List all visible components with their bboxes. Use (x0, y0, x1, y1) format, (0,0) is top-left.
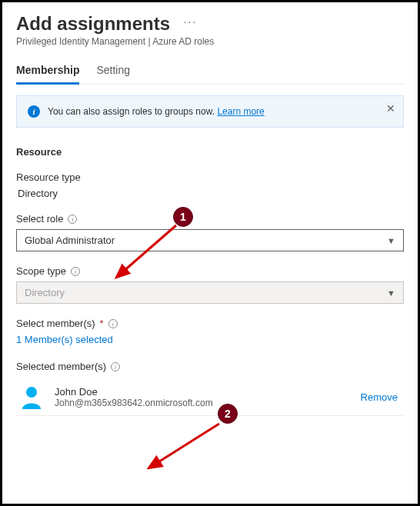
tab-bar: Membership Setting (16, 64, 404, 85)
selected-members-label: Selected member(s) i (16, 361, 404, 372)
select-role-value: Global Administrator (25, 235, 115, 246)
scope-type-value: Directory (25, 287, 65, 298)
info-text: You can also assign roles to groups now.… (48, 106, 265, 117)
resource-type-label: Resource type (16, 171, 404, 183)
resource-type-value: Directory (16, 188, 404, 199)
help-icon[interactable]: i (68, 215, 77, 224)
tab-setting[interactable]: Setting (96, 64, 130, 85)
chevron-down-icon: ▼ (387, 236, 395, 245)
remove-link[interactable]: Remove (361, 391, 398, 403)
info-banner: i You can also assign roles to groups no… (16, 95, 404, 128)
resource-heading: Resource (16, 146, 404, 158)
breadcrumb: Privileged Identity Management | Azure A… (16, 36, 404, 47)
scope-type-dropdown: Directory ▼ (16, 281, 404, 304)
svg-point-0 (26, 387, 37, 398)
select-role-dropdown[interactable]: Global Administrator ▼ (16, 229, 404, 251)
chevron-down-icon: ▼ (387, 288, 395, 298)
help-icon[interactable]: i (71, 267, 80, 276)
scope-type-label: Scope type i (16, 265, 404, 277)
member-row: John Doe John@m365x983642.onmicrosoft.co… (16, 378, 404, 416)
avatar-icon (18, 383, 45, 411)
member-email: John@m365x983642.onmicrosoft.com (55, 398, 361, 408)
annotation-arrow-2 (135, 419, 227, 479)
svg-line-2 (148, 424, 219, 468)
help-icon[interactable]: i (108, 319, 118, 328)
tab-membership[interactable]: Membership (16, 64, 79, 85)
close-icon[interactable]: ✕ (386, 102, 395, 115)
select-role-label: Select role i (16, 213, 404, 225)
help-icon[interactable]: i (111, 362, 120, 371)
learn-more-link[interactable]: Learn more (217, 106, 264, 117)
more-menu-icon[interactable]: ··· (184, 15, 198, 28)
member-name: John Doe (55, 386, 361, 398)
select-members-label: Select member(s) * i (16, 318, 404, 329)
members-selected-link[interactable]: 1 Member(s) selected (16, 334, 113, 345)
info-icon: i (28, 105, 40, 118)
page-title: Add assignments (16, 13, 170, 35)
